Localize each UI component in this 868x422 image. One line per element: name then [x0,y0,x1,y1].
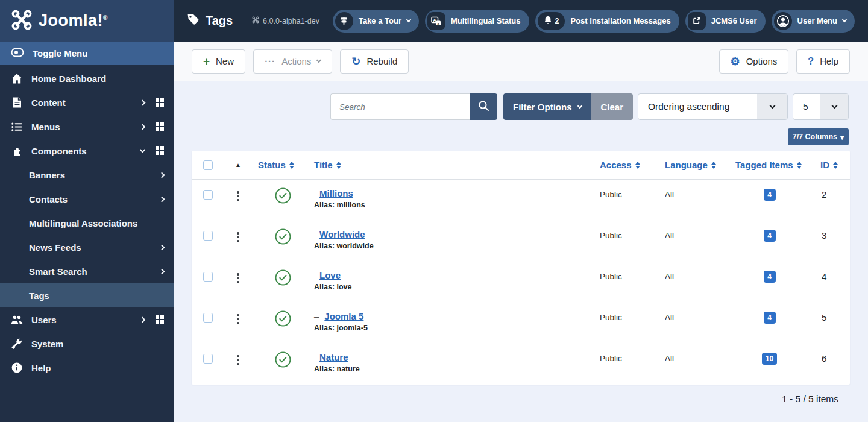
filter-options-button[interactable]: Filter Options [503,93,591,120]
chevron-right-icon [159,196,165,202]
tag-icon [187,13,200,29]
options-button[interactable]: ⚙ Options [719,49,789,74]
status-published-icon[interactable] [275,351,291,370]
select-all-checkbox[interactable] [203,160,213,170]
sidebar-item-content[interactable]: Content [0,90,174,115]
sort-status-header[interactable]: Status [252,160,314,170]
home-icon [11,74,23,84]
per-page-select[interactable]: 5 [793,93,849,120]
chevron-down-icon [140,146,146,153]
sidebar-item-help[interactable]: Help [0,356,174,380]
tag-title-link[interactable]: Joomla 5 [324,311,363,321]
sidebar-item-smart-search[interactable]: Smart Search [0,259,174,283]
sidebar-item-home-dashboard[interactable]: Home Dashboard [0,66,174,90]
notification-count: 2 [555,17,559,25]
drag-handle-icon[interactable] [233,190,243,203]
sidebar-item-system[interactable]: System [0,332,174,356]
language-value: All [665,180,735,199]
drag-handle-icon[interactable] [233,231,243,244]
row-checkbox[interactable] [203,354,213,364]
sidebar-menu: Home Dashboard Content Menus Components … [0,65,174,380]
user-menu-button[interactable]: User Menu [772,10,855,33]
row-checkbox[interactable] [203,272,213,282]
joomla-logo: Joomla!® [0,0,174,42]
table-row: Nature Alias: nature Public All 10 6 [192,344,850,385]
list-icon [11,122,23,131]
tag-alias: Alias: nature [314,365,600,373]
row-checkbox[interactable] [203,313,213,323]
tag-title-link[interactable]: Worldwide [319,229,365,239]
new-button[interactable]: + New [192,49,245,74]
status-published-icon[interactable] [275,187,291,206]
table-row: Worldwide Alias: worldwide Public All 4 … [192,221,850,262]
sort-language-header[interactable]: Language [665,160,735,170]
sort-ordering-header[interactable]: ▲ [224,162,252,168]
search-input[interactable] [330,93,470,120]
search-button[interactable] [470,93,497,120]
toggle-menu-button[interactable]: Toggle Menu [0,42,174,65]
sidebar-item-components[interactable]: Components [0,139,174,163]
sort-id-header[interactable]: ID [820,160,850,170]
actions-button[interactable]: ··· Actions [253,49,332,74]
chevron-down-icon [316,57,321,62]
svg-text:A: A [433,17,436,22]
take-a-tour-button[interactable]: Take a Tour [333,10,419,33]
sort-title-header[interactable]: Title [314,160,600,170]
sort-icon [289,162,294,169]
status-published-icon[interactable] [275,310,291,329]
toggle-icon [11,48,24,59]
sidebar-item-multilingual-associations[interactable]: Multilingual Associations [0,211,174,235]
row-checkbox[interactable] [203,231,213,241]
language-value: All [665,221,735,240]
tagged-items-badge[interactable]: 4 [764,312,776,324]
sidebar-item-menus[interactable]: Menus [0,115,174,139]
columns-toggle-button[interactable]: 7/7 Columns ▾ [788,128,849,145]
drag-handle-icon[interactable] [233,272,243,285]
drag-handle-icon[interactable] [233,313,243,326]
tag-title-link[interactable]: Nature [319,352,348,362]
question-icon: ? [808,56,814,67]
chevron-down-icon [820,94,848,119]
puzzle-icon [11,145,23,156]
row-checkbox[interactable] [203,190,213,200]
tagged-items-badge[interactable]: 10 [762,353,777,365]
sidebar-item-news-feeds[interactable]: News Feeds [0,235,174,259]
dashboard-grid-icon[interactable] [156,146,164,155]
user-account-icon [774,12,792,30]
chevron-right-icon [140,99,146,106]
post-installation-messages-button[interactable]: 2 Post Installation Messages [535,10,679,33]
access-value: Public [600,221,665,240]
id-value: 4 [820,262,850,282]
sidebar-item-users[interactable]: Users [0,307,174,332]
help-button[interactable]: ? Help [796,49,850,74]
sidebar-item-tags[interactable]: Tags [0,283,174,307]
tagged-items-badge[interactable]: 4 [764,189,776,201]
main-area: Tags 6.0.0-alpha1-dev Take a Tour Aa Mul… [174,0,868,422]
toolbar: + New ··· Actions ↻ Rebuild ⚙ Options ? … [174,42,868,81]
sort-tagged-items-header[interactable]: Tagged Items [735,160,820,170]
dashboard-grid-icon[interactable] [156,98,164,107]
dashboard-grid-icon[interactable] [156,315,164,324]
tagged-items-badge[interactable]: 4 [764,271,776,283]
ordering-select[interactable]: Ordering ascending [638,93,788,120]
chevron-down-icon [757,94,787,119]
status-published-icon[interactable] [275,269,291,288]
id-value: 2 [820,180,850,200]
tag-title-link[interactable]: Love [319,270,341,280]
sidebar-item-banners[interactable]: Banners [0,163,174,187]
tag-title-link[interactable]: Millions [319,188,353,198]
site-preview-button[interactable]: JCMS6 User [685,10,766,33]
tagged-items-badge[interactable]: 4 [764,230,776,242]
rebuild-button[interactable]: ↻ Rebuild [340,49,409,74]
multilingual-status-button[interactable]: Aa Multilingual Status [425,10,529,33]
table-row: Millions Alias: millions Public All 4 2 [192,180,850,221]
sort-access-header[interactable]: Access [600,160,665,170]
sidebar-item-contacts[interactable]: Contacts [0,187,174,211]
drag-handle-icon[interactable] [233,354,243,367]
chevron-right-icon [140,316,146,323]
status-published-icon[interactable] [275,228,291,247]
dashboard-grid-icon[interactable] [156,122,164,131]
chevron-right-icon [159,244,165,250]
clear-button[interactable]: Clear [591,93,634,120]
tag-alias: Alias: millions [314,201,600,209]
